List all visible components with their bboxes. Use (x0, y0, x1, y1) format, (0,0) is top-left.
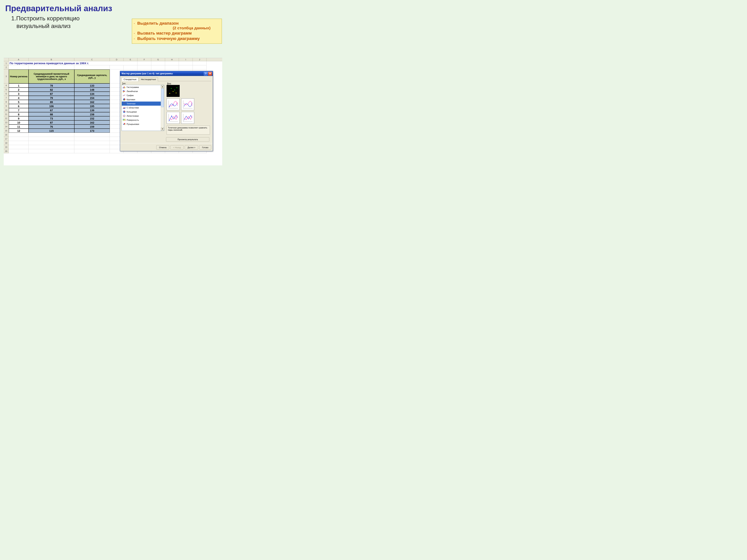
cell[interactable]: 73 (29, 116, 74, 121)
cell[interactable]: 2 (9, 87, 29, 92)
col-header-F[interactable]: F (137, 58, 151, 61)
row-header-6[interactable]: 6 (4, 92, 9, 96)
cell[interactable]: 82 (29, 87, 74, 92)
cell[interactable]: 134 (74, 92, 110, 96)
cell[interactable]: 139 (74, 108, 110, 112)
row-header-20[interactable]: 20 (4, 149, 9, 153)
cell[interactable] (9, 141, 29, 145)
subtype-scatter-smooth-markers[interactable] (166, 98, 180, 110)
select-all-corner[interactable] (4, 58, 9, 61)
cell[interactable] (74, 65, 110, 70)
cell[interactable]: 8 (9, 112, 29, 116)
row-header-13[interactable]: 13 (4, 121, 9, 125)
cell[interactable] (29, 141, 74, 145)
row-header-8[interactable]: 8 (4, 100, 9, 104)
col-header-G[interactable]: G (151, 58, 165, 61)
cell[interactable] (74, 137, 110, 141)
scrollbar[interactable]: ▲ ▼ (161, 85, 164, 131)
cell[interactable] (74, 141, 110, 145)
col-header-J[interactable]: J (193, 58, 207, 61)
cell[interactable] (29, 137, 74, 141)
cell[interactable]: 158 (74, 112, 110, 116)
col-header-C[interactable]: C (74, 58, 110, 61)
subtype-scatter-smooth[interactable] (181, 98, 194, 110)
cell[interactable]: 9 (9, 116, 29, 121)
chart-type-item[interactable]: С областями (122, 106, 161, 110)
row-header-19[interactable]: 19 (4, 145, 9, 149)
cell[interactable]: 133 (74, 83, 110, 87)
back-button[interactable]: < Назад (170, 145, 184, 150)
scroll-down-arrow[interactable]: ▼ (161, 128, 164, 131)
cell[interactable]: 11 (9, 125, 29, 129)
cell[interactable] (151, 65, 165, 70)
subtype-scatter-lines[interactable] (181, 112, 194, 124)
row-header-2[interactable]: 2 (4, 65, 9, 70)
chart-type-item[interactable]: Точечная (122, 102, 161, 106)
chart-type-item[interactable]: График (122, 93, 161, 98)
chart-type-item[interactable]: Круговая (122, 98, 161, 102)
cell[interactable]: 10 (9, 121, 29, 125)
cell[interactable] (9, 65, 29, 70)
cell[interactable]: 159 (74, 125, 110, 129)
cell[interactable]: 162 (74, 121, 110, 125)
cell[interactable]: 148 (74, 87, 110, 92)
cell[interactable] (179, 65, 193, 70)
cell[interactable]: 4 (9, 96, 29, 100)
cell[interactable]: 12 (9, 129, 29, 133)
dialog-titlebar[interactable]: Мастер диаграмм (шаг 1 из 4): тип диагра… (120, 71, 213, 76)
cell[interactable]: Среднедневная зарплата, руб., y (74, 70, 110, 83)
cell[interactable] (9, 137, 29, 141)
cell[interactable]: 115 (29, 129, 74, 133)
cell[interactable]: 76 (29, 125, 74, 129)
row-header-7[interactable]: 7 (4, 96, 9, 100)
cell[interactable]: 87 (29, 92, 74, 96)
cell[interactable] (74, 145, 110, 149)
tab-standard[interactable]: Стандартные (122, 77, 138, 81)
cell[interactable]: 6 (9, 104, 29, 108)
cell[interactable]: 162 (74, 100, 110, 104)
row-header-12[interactable]: 12 (4, 116, 9, 121)
col-header-H[interactable]: H (165, 58, 179, 61)
cell[interactable] (137, 65, 151, 70)
cell[interactable] (29, 149, 74, 153)
row-header-10[interactable]: 10 (4, 108, 9, 112)
chart-type-item[interactable]: Кольцевая (122, 110, 161, 114)
cell[interactable]: 195 (74, 104, 110, 108)
next-button[interactable]: Далее > (185, 145, 198, 150)
col-header-D[interactable]: D (110, 58, 124, 61)
cell[interactable] (29, 65, 74, 70)
scroll-up-arrow[interactable]: ▲ (161, 85, 164, 88)
row-header-17[interactable]: 17 (4, 137, 9, 141)
row-header-15[interactable]: 15 (4, 129, 9, 133)
col-header-B[interactable]: B (29, 58, 74, 61)
col-header-E[interactable]: E (124, 58, 137, 61)
cell[interactable]: 5 (9, 100, 29, 104)
cell[interactable] (193, 65, 207, 70)
preview-result-button[interactable]: Просмотр результата (166, 137, 209, 142)
cell[interactable] (124, 65, 137, 70)
cell[interactable]: 154 (74, 96, 110, 100)
col-header-I[interactable]: I (179, 58, 193, 61)
chart-type-item[interactable]: Пузырьковая (122, 122, 161, 126)
cell[interactable] (29, 133, 74, 137)
cancel-button[interactable]: Отмена (156, 145, 169, 150)
chart-type-item[interactable]: Гистограмма (122, 85, 161, 89)
cell[interactable] (74, 133, 110, 137)
cell[interactable]: Среднедушевой прожиточный минимум в день… (29, 70, 74, 83)
cell[interactable]: 1 (9, 83, 29, 87)
cell[interactable] (74, 149, 110, 153)
cell[interactable] (29, 145, 74, 149)
row-header-3[interactable]: 3 (4, 70, 9, 83)
col-header-A[interactable]: A (9, 58, 29, 61)
row-header-1[interactable]: 1 (4, 61, 9, 65)
cell[interactable] (9, 133, 29, 137)
cell[interactable]: 152 (74, 116, 110, 121)
close-button[interactable]: ✕ (208, 72, 212, 76)
cell[interactable] (9, 149, 29, 153)
chart-type-item[interactable]: Лепестковая (122, 114, 161, 118)
cell[interactable] (193, 61, 207, 65)
cell[interactable] (179, 61, 193, 65)
cell[interactable]: Номер региона (9, 70, 29, 83)
row-header-14[interactable]: 14 (4, 125, 9, 129)
cell[interactable]: 88 (29, 112, 74, 116)
